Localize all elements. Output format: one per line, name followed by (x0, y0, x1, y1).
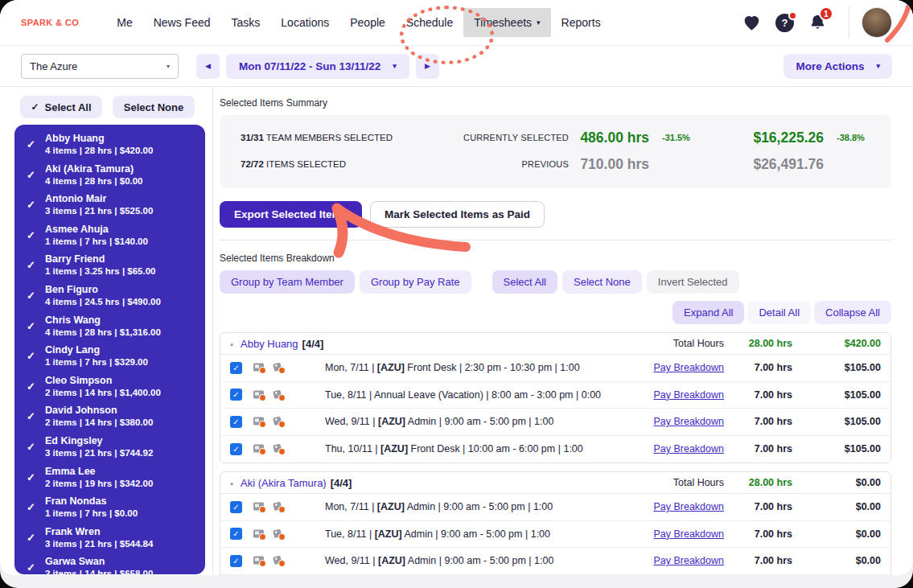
collapse-caret-icon[interactable]: ▴ (230, 479, 233, 487)
shift-description: Wed, 9/11 | [AZU] Admin | 9:00 am - 5:00… (325, 555, 553, 566)
timesheet-row: ✓ Mon, 7/11 | [AZU] Front Desk | 2:30 pm… (220, 355, 890, 382)
location-warning-icon[interactable] (272, 442, 286, 455)
previous-label: PREVIOUS (436, 159, 569, 169)
team-member-name: David Johnson (45, 404, 197, 417)
team-member-item[interactable]: ✓ Ed Kingsley 3 items | 21 hrs | $744.92 (14, 431, 205, 462)
heart-icon[interactable] (742, 14, 762, 31)
team-member-item[interactable]: ✓ Aki (Akira Tamura) 4 items | 28 hrs | … (14, 159, 205, 190)
team-member-name: Ben Figuro (45, 283, 197, 296)
photo-warning-icon[interactable] (253, 500, 266, 513)
nav-item-label: Timesheets (474, 16, 532, 29)
detail-all-button[interactable]: Detail All (747, 301, 811, 324)
location-select-value: The Azure (30, 60, 77, 72)
check-icon: ✓ (27, 259, 35, 271)
timesheet-group-header[interactable]: ▴ Aki (Akira Tamura) [4/4] Total Hours 2… (220, 472, 890, 494)
shift-description: Thu, 10/11 | [AZU] Front Desk | 10:00 am… (325, 443, 583, 454)
nav-item[interactable]: Timesheets ▾ (463, 8, 550, 37)
team-member-item[interactable]: ✓ David Johnson 2 items | 14 hrs | $380.… (14, 401, 205, 431)
location-select[interactable]: The Azure ▾ (21, 54, 179, 79)
team-member-name: Barry Friend (45, 253, 197, 265)
pay-breakdown-link[interactable]: Pay Breakdown (603, 443, 724, 454)
collapse-caret-icon[interactable]: ▴ (230, 340, 233, 347)
team-member-item[interactable]: ✓ Asmee Ahuja 1 items | 7 hrs | $140.00 (14, 220, 205, 250)
location-warning-icon[interactable] (272, 554, 286, 567)
team-member-item[interactable]: ✓ Chris Wang 4 items | 28 hrs | $1,316.0… (14, 310, 205, 341)
row-checkbox[interactable]: ✓ (230, 555, 242, 567)
timesheet-group-header[interactable]: ▴ Abby Huang [4/4] Total Hours 28.00 hrs… (220, 333, 890, 355)
shift-description: Mon, 7/11 | [AZU] Front Desk | 2:30 pm -… (325, 362, 580, 373)
group-by-pay-rate-button[interactable]: Group by Pay Rate (360, 270, 471, 294)
location-warning-icon[interactable] (272, 389, 286, 401)
team-member-item[interactable]: ✓ Ben Figuro 4 items | 24.5 hrs | $490.0… (14, 280, 205, 310)
pay-breakdown-link[interactable]: Pay Breakdown (603, 416, 724, 427)
expand-all-button[interactable]: Expand All (672, 301, 744, 324)
invert-selected-button[interactable]: Invert Selected (647, 270, 739, 294)
team-member-item[interactable]: ✓ Barry Friend 1 items | 3.25 hrs | $65.… (14, 249, 205, 280)
select-none-button[interactable]: Select None (113, 96, 195, 118)
team-member-meta: 1 items | 3.25 hrs | $65.00 (45, 265, 197, 277)
help-icon[interactable]: ? (775, 14, 794, 32)
team-member-item[interactable]: ✓ Abby Huang 4 items | 28 hrs | $420.00 (14, 129, 205, 159)
team-member-meta: 3 items | 21 hrs | $544.84 (45, 538, 197, 549)
breakdown-select-none-button[interactable]: Select None (562, 270, 642, 294)
breakdown-select-all-button[interactable]: Select All (492, 270, 557, 294)
nav-item[interactable]: People (339, 8, 396, 37)
location-warning-icon[interactable] (272, 500, 286, 513)
row-checkbox[interactable]: ✓ (230, 362, 242, 374)
nav-item[interactable]: News Feed (143, 8, 221, 37)
pay-breakdown-link[interactable]: Pay Breakdown (603, 389, 724, 401)
team-member-item[interactable]: ✓ Cindy Lang 1 items | 7 hrs | $329.00 (14, 340, 205, 371)
photo-warning-icon[interactable] (253, 442, 266, 455)
export-selected-items-button[interactable]: Export Selected Items (220, 201, 362, 228)
team-member-name: Emma Lee (45, 465, 197, 478)
pay-breakdown-link[interactable]: Pay Breakdown (603, 555, 724, 566)
row-checkbox[interactable]: ✓ (230, 443, 242, 455)
location-warning-icon[interactable] (272, 528, 286, 541)
location-warning-icon[interactable] (272, 361, 286, 374)
question-glyph: ? (782, 17, 788, 29)
collapse-all-button[interactable]: Collapse All (814, 301, 891, 324)
team-member-item[interactable]: ✓ Fran Nondas 1 items | 7 hrs | $0.00 (14, 491, 205, 522)
photo-warning-icon[interactable] (253, 389, 266, 401)
check-icon: ✓ (27, 471, 35, 483)
more-actions-label: More Actions (796, 60, 864, 72)
more-actions-button[interactable]: More Actions ▾ (783, 54, 892, 79)
team-member-name: Aki (Akira Tamura) (45, 162, 197, 175)
group-member-name[interactable]: Aki (Akira Tamura) (241, 477, 327, 489)
summary-title: Selected Items Summary (220, 97, 891, 109)
select-all-button[interactable]: ✓ Select All (20, 96, 102, 118)
team-member-item[interactable]: ✓ Emma Lee 2 items | 19 hrs | $342.00 (14, 462, 205, 492)
group-by-team-member-button[interactable]: Group by Team Member (220, 270, 355, 294)
row-amount: $105.00 (792, 362, 881, 373)
team-member-item[interactable]: ✓ Garwa Swan 2 items | 14 hrs | $658.00 (14, 552, 205, 574)
photo-warning-icon[interactable] (253, 554, 266, 567)
team-member-item[interactable]: ✓ Frank Wren 3 items | 21 hrs | $544.84 (14, 522, 205, 553)
mark-selected-paid-button[interactable]: Mark Selected Items as Paid (370, 201, 545, 228)
date-range-button[interactable]: Mon 07/11/22 - Sun 13/11/22 ▾ (226, 54, 409, 79)
pay-breakdown-link[interactable]: Pay Breakdown (603, 362, 724, 373)
pay-breakdown-link[interactable]: Pay Breakdown (603, 501, 724, 512)
row-checkbox[interactable]: ✓ (230, 416, 242, 428)
bell-icon[interactable]: 1 (808, 13, 827, 32)
nav-item[interactable]: Locations (270, 8, 339, 37)
nav-item[interactable]: Reports (551, 8, 611, 37)
row-checkbox[interactable]: ✓ (230, 389, 242, 401)
photo-warning-icon[interactable] (253, 528, 266, 541)
nav-item[interactable]: Tasks (221, 8, 271, 37)
photo-warning-icon[interactable] (253, 415, 266, 428)
pay-breakdown-link[interactable]: Pay Breakdown (603, 528, 724, 540)
team-member-item[interactable]: ✓ Cleo Simpson 2 items | 14 hrs | $1,400… (14, 371, 205, 401)
location-warning-icon[interactable] (272, 415, 286, 428)
row-checkbox[interactable]: ✓ (230, 528, 242, 540)
brand-logo[interactable]: SPARK & CO (21, 18, 79, 27)
photo-warning-icon[interactable] (253, 361, 266, 374)
team-member-item[interactable]: ✓ Antonio Mair 3 items | 21 hrs | $525.0… (14, 189, 205, 220)
check-icon: ✓ (27, 501, 35, 513)
previous-week-button[interactable]: ◀ (196, 54, 220, 79)
row-checkbox[interactable]: ✓ (230, 501, 242, 513)
nav-item[interactable]: Me (106, 8, 142, 37)
group-member-name[interactable]: Abby Huang (241, 338, 298, 350)
nav-item[interactable]: Schedule (396, 8, 463, 37)
user-avatar[interactable] (862, 7, 892, 38)
next-week-button[interactable]: ▶ (416, 54, 439, 79)
